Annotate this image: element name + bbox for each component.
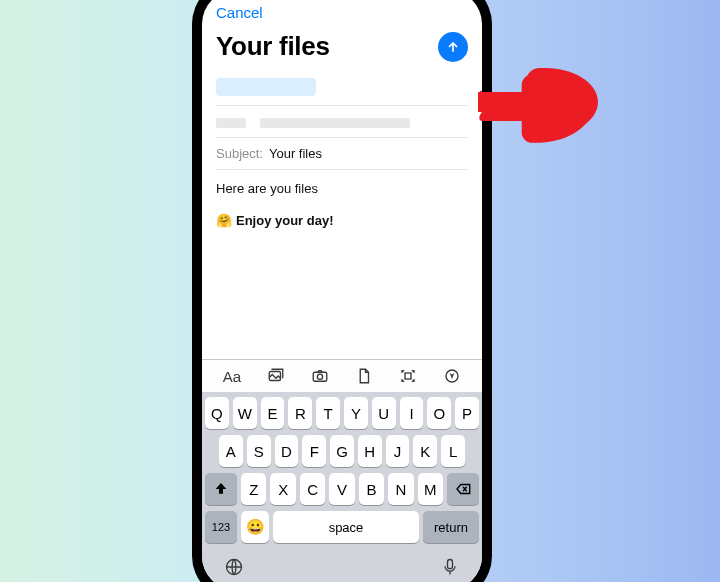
recipient-pill[interactable] bbox=[216, 78, 316, 96]
enjoy-text: Enjoy your day! bbox=[236, 213, 334, 228]
photos-icon bbox=[266, 367, 286, 385]
key-o[interactable]: O bbox=[427, 397, 451, 429]
svg-rect-6 bbox=[448, 560, 453, 569]
body-enjoy-line: 🤗Enjoy your day! bbox=[216, 212, 468, 230]
keyboard: Q W E R T Y U I O P A S D F G H J K L bbox=[202, 392, 482, 553]
globe-button[interactable] bbox=[224, 557, 244, 582]
key-s[interactable]: S bbox=[247, 435, 271, 467]
key-p[interactable]: P bbox=[455, 397, 479, 429]
markup-button[interactable] bbox=[441, 366, 463, 386]
body-line-1: Here are you files bbox=[216, 180, 468, 198]
key-g[interactable]: G bbox=[330, 435, 354, 467]
phone-frame: Cancel Your files Subject: Your files bbox=[192, 0, 492, 582]
key-k[interactable]: K bbox=[413, 435, 437, 467]
key-b[interactable]: B bbox=[359, 473, 384, 505]
numbers-key[interactable]: 123 bbox=[205, 511, 237, 543]
markup-icon bbox=[443, 367, 461, 385]
subject-value: Your files bbox=[269, 146, 322, 161]
document-icon bbox=[355, 367, 373, 385]
emoji-key[interactable]: 😀 bbox=[241, 511, 269, 543]
subject-label: Subject: bbox=[216, 146, 263, 161]
key-u[interactable]: U bbox=[372, 397, 396, 429]
key-row-4: 123 😀 space return bbox=[205, 511, 479, 543]
photo-library-button[interactable] bbox=[265, 366, 287, 386]
compose-area: Subject: Your files Here are you files 🤗… bbox=[202, 72, 482, 359]
cancel-button[interactable]: Cancel bbox=[216, 4, 263, 21]
arrow-up-icon bbox=[445, 39, 461, 55]
email-body[interactable]: Here are you files 🤗Enjoy your day! bbox=[216, 170, 468, 236]
keyboard-toolbar: Aa bbox=[202, 359, 482, 392]
svg-point-2 bbox=[317, 374, 322, 379]
shift-key[interactable] bbox=[205, 473, 237, 505]
key-h[interactable]: H bbox=[358, 435, 382, 467]
key-n[interactable]: N bbox=[388, 473, 413, 505]
key-d[interactable]: D bbox=[275, 435, 299, 467]
key-i[interactable]: I bbox=[400, 397, 424, 429]
space-key[interactable]: space bbox=[273, 511, 419, 543]
shift-icon bbox=[213, 481, 229, 497]
key-x[interactable]: X bbox=[270, 473, 295, 505]
text-format-button[interactable]: Aa bbox=[221, 366, 243, 386]
dictation-button[interactable] bbox=[440, 557, 460, 582]
pointing-hand-annotation bbox=[478, 64, 598, 154]
camera-button[interactable] bbox=[309, 366, 331, 386]
scan-button[interactable] bbox=[397, 366, 419, 386]
hug-emoji: 🤗 bbox=[216, 213, 232, 228]
key-row-2: A S D F G H J K L bbox=[205, 435, 479, 467]
key-w[interactable]: W bbox=[233, 397, 257, 429]
key-row-1: Q W E R T Y U I O P bbox=[205, 397, 479, 429]
key-q[interactable]: Q bbox=[205, 397, 229, 429]
key-t[interactable]: T bbox=[316, 397, 340, 429]
document-button[interactable] bbox=[353, 366, 375, 386]
svg-rect-3 bbox=[405, 373, 411, 379]
subject-field[interactable]: Subject: Your files bbox=[216, 137, 468, 169]
key-y[interactable]: Y bbox=[344, 397, 368, 429]
key-m[interactable]: M bbox=[418, 473, 443, 505]
key-z[interactable]: Z bbox=[241, 473, 266, 505]
cc-field[interactable] bbox=[216, 105, 468, 137]
key-l[interactable]: L bbox=[441, 435, 465, 467]
key-e[interactable]: E bbox=[261, 397, 285, 429]
to-field[interactable] bbox=[216, 72, 468, 105]
mic-icon bbox=[440, 557, 460, 577]
scan-icon bbox=[399, 367, 417, 385]
key-j[interactable]: J bbox=[386, 435, 410, 467]
top-bar: Cancel bbox=[202, 2, 482, 25]
key-f[interactable]: F bbox=[302, 435, 326, 467]
keyboard-bottom-bar bbox=[202, 553, 482, 582]
globe-icon bbox=[224, 557, 244, 577]
screen: Cancel Your files Subject: Your files bbox=[202, 0, 482, 582]
return-key[interactable]: return bbox=[423, 511, 479, 543]
title-row: Your files bbox=[202, 25, 482, 72]
key-r[interactable]: R bbox=[288, 397, 312, 429]
send-button[interactable] bbox=[438, 32, 468, 62]
key-c[interactable]: C bbox=[300, 473, 325, 505]
key-v[interactable]: V bbox=[329, 473, 354, 505]
delete-key[interactable] bbox=[447, 473, 479, 505]
delete-icon bbox=[454, 480, 472, 498]
key-a[interactable]: A bbox=[219, 435, 243, 467]
key-row-3: Z X C V B N M bbox=[205, 473, 479, 505]
camera-icon bbox=[310, 367, 330, 385]
compose-title: Your files bbox=[216, 31, 330, 62]
